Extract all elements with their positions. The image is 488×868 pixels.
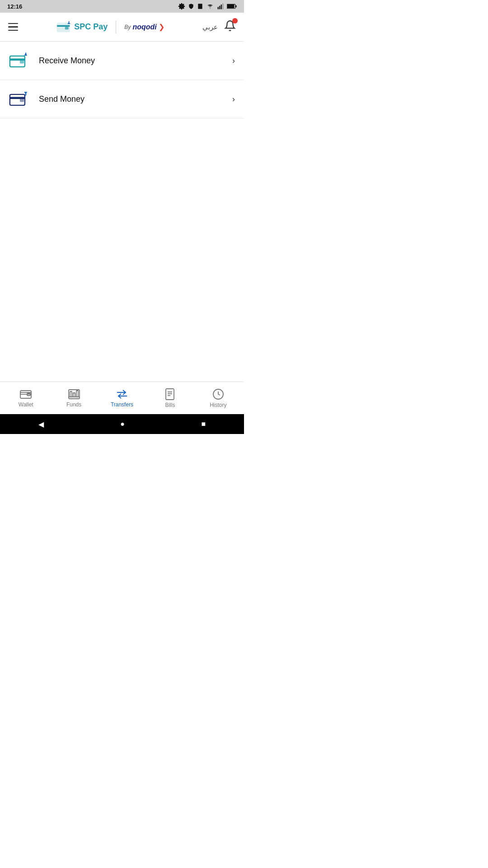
receive-money-icon — [9, 52, 30, 69]
nav-bills[interactable]: Bills — [146, 388, 194, 408]
main-content: Receive Money › Send Money › — [0, 42, 244, 118]
receive-money-chevron: › — [232, 56, 235, 66]
send-money-item[interactable]: Send Money › — [0, 80, 244, 118]
header-divider — [116, 21, 116, 33]
hamburger-menu[interactable] — [8, 23, 18, 31]
send-money-left: Send Money — [9, 91, 84, 107]
svg-rect-17 — [20, 60, 24, 63]
svg-rect-11 — [57, 25, 70, 27]
send-money-chevron: › — [232, 94, 235, 104]
nav-funds[interactable]: Funds — [50, 389, 98, 408]
gear-icon — [178, 3, 185, 10]
notification-badge — [232, 18, 238, 24]
nav-history-label: History — [210, 402, 226, 408]
svg-rect-5 — [221, 5, 222, 9]
receive-money-label: Receive Money — [39, 56, 95, 66]
send-money-label: Send Money — [39, 94, 84, 104]
language-toggle[interactable]: عربي — [202, 23, 218, 31]
svg-rect-4 — [219, 6, 220, 9]
nav-bills-label: Bills — [165, 402, 175, 408]
by-label: By — [124, 24, 131, 30]
svg-rect-18 — [25, 53, 26, 55]
home-button[interactable]: ● — [120, 420, 125, 428]
wallet-nav-icon — [20, 389, 32, 400]
notification-button[interactable] — [224, 20, 236, 34]
app-header: SPC Pay By noqodi ❯ عربي — [0, 13, 244, 42]
svg-rect-27 — [70, 392, 72, 397]
svg-rect-22 — [25, 93, 26, 95]
bottom-nav: Wallet Funds Transfers Bills — [0, 382, 244, 414]
nav-wallet[interactable]: Wallet — [2, 389, 50, 408]
noqodi-arrow-icon: ❯ — [159, 23, 164, 31]
header-logo: SPC Pay By noqodi ❯ — [56, 21, 164, 33]
svg-rect-12 — [65, 27, 69, 29]
sim-icon — [197, 3, 203, 10]
receive-money-item[interactable]: Receive Money › — [0, 42, 244, 80]
battery-icon — [227, 4, 237, 9]
spc-pay-icon — [56, 21, 72, 33]
status-time: 12:16 — [7, 3, 22, 10]
funds-nav-icon — [68, 389, 80, 400]
svg-rect-13 — [69, 21, 70, 23]
svg-point-2 — [210, 8, 210, 9]
svg-rect-31 — [166, 389, 174, 400]
nav-transfers[interactable]: Transfers — [98, 389, 146, 408]
header-left — [8, 23, 18, 31]
svg-rect-6 — [222, 4, 223, 9]
app-name-text: SPC Pay — [74, 22, 108, 32]
svg-rect-21 — [20, 99, 24, 102]
svg-rect-8 — [227, 5, 235, 8]
nav-wallet-label: Wallet — [19, 401, 33, 408]
header-right: عربي — [202, 20, 236, 34]
status-icons — [178, 3, 237, 10]
svg-rect-28 — [73, 393, 75, 397]
spc-pay-logo: SPC Pay — [56, 21, 108, 33]
system-nav-bar: ◀ ● ■ — [0, 414, 244, 434]
noqodi-text: noqodi — [132, 23, 156, 31]
history-nav-icon — [212, 388, 224, 400]
nav-funds-label: Funds — [66, 401, 81, 408]
shield-icon — [188, 3, 194, 10]
svg-rect-29 — [76, 391, 78, 397]
transfers-nav-icon — [115, 389, 129, 400]
send-money-icon — [9, 91, 30, 107]
partner-logo: By noqodi ❯ — [124, 23, 164, 31]
back-button[interactable]: ◀ — [38, 420, 44, 429]
signal-icon — [217, 3, 224, 9]
nav-history[interactable]: History — [194, 388, 242, 408]
wifi-icon — [206, 3, 214, 9]
svg-rect-3 — [218, 7, 219, 9]
svg-rect-9 — [235, 5, 236, 8]
recent-button[interactable]: ■ — [202, 420, 206, 428]
svg-rect-1 — [199, 5, 202, 8]
nav-transfers-label: Transfers — [111, 401, 133, 408]
bills-nav-icon — [164, 388, 175, 400]
receive-money-left: Receive Money — [9, 52, 95, 69]
status-bar: 12:16 — [0, 0, 244, 13]
